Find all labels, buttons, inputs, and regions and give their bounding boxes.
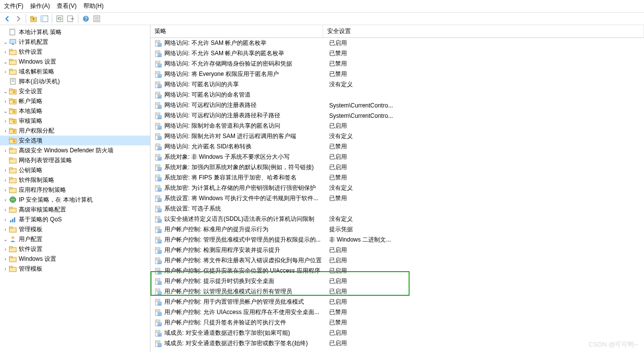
menu-item[interactable]: 帮助(H) [83,2,104,10]
tree-item[interactable]: ›域名解析策略 [0,67,150,76]
policy-row[interactable]: 用户帐户控制: 管理员批准模式中管理员的提升权限提示的...非 Windows … [151,235,644,245]
tree-item[interactable]: 网络列表管理器策略 [0,155,150,165]
tree-item[interactable]: ›Windows 设置 [0,254,150,264]
tree-item[interactable]: ›用户权限分配 [0,126,150,136]
tree-item[interactable]: ›审核策略 [0,116,150,126]
properties-icon[interactable] [92,14,101,23]
chevron-right-icon[interactable]: › [2,246,9,252]
tree-item[interactable]: ›帐户策略 [0,96,150,106]
chevron-right-icon[interactable]: › [2,69,9,74]
policy-row[interactable]: 用户帐户控制: 只提升签名并验证的可执行文件已禁用 [151,317,644,328]
policy-row[interactable]: 系统对象: 加强内部系统对象的默认权限(例如，符号链接)已启用 [151,162,644,173]
policy-setting: 已禁用 [325,60,644,68]
menu-item[interactable]: 文件(F) [4,2,23,10]
refresh-icon[interactable] [55,14,64,23]
svg-rect-158 [158,190,161,191]
policy-row[interactable]: 用户帐户控制: 允许 UIAccess 应用程序在不使用安全桌面...已禁用 [151,307,644,317]
tree-item[interactable]: ›应用程序控制策略 [0,185,150,195]
policy-row[interactable]: 网络访问: 可匿名访问的命名管道 [151,90,644,100]
policy-row[interactable]: 系统设置: 可选子系统 [151,204,644,214]
policy-row[interactable]: 域成员: 对安全通道数据进行数字加密或数字签名(始终)已启用 [151,338,644,349]
tree-item[interactable]: ⌄本地策略 [0,106,150,116]
policy-row[interactable]: 网络访问: 限制允许对 SAM 进行远程调用的客户端没有定义 [151,131,644,141]
policy-row[interactable]: 网络访问: 将 Everyone 权限应用于匿名用户已禁用 [151,69,644,79]
policy-row[interactable]: 系统设置: 将 Windows 可执行文件中的证书规则用于软件...已禁用 [151,193,644,204]
policy-name: 系统加密: 将 FIPS 兼容算法用于加密、哈希和签名 [164,174,325,182]
policy-row[interactable]: 网络访问: 不允许存储网络身份验证的密码和凭据已禁用 [151,59,644,69]
tree-item[interactable]: ›软件限制策略 [0,175,150,185]
policy-row[interactable]: 以安全描述符定义语言(SDDL)语法表示的计算机访问限制没有定义 [151,214,644,224]
tree-item[interactable]: ⌄Windows 设置 [0,57,150,67]
policy-row[interactable]: 用户帐户控制: 将文件和注册表写入错误虚拟化到每用户位置已启用 [151,255,644,266]
policy-item-icon [154,236,162,244]
show-hide-tree-icon[interactable] [40,14,49,23]
policy-row[interactable]: 系统加密: 将 FIPS 兼容算法用于加密、哈希和签名已禁用 [151,173,644,183]
tree-item[interactable]: ›高级安全 Windows Defender 防火墙 [0,145,150,155]
tree-view[interactable]: 本地计算机 策略⌄计算机配置›软件设置⌄Windows 设置›域名解析策略脚本(… [0,25,151,352]
policy-row[interactable]: 网络访问: 可匿名访问的共享没有定义 [151,79,644,90]
menu-item[interactable]: 操作(A) [30,2,50,10]
policy-row[interactable]: 用户帐户控制: 提示提升时切换到安全桌面已启用 [151,276,644,286]
policy-row[interactable]: 系统加密: 为计算机上存储的用户密钥强制进行强密钥保护没有定义 [151,183,644,193]
chevron-right-icon[interactable]: › [2,128,9,134]
policy-row[interactable]: 用户帐户控制: 仅提升安装在安全位置的 UIAccess 应用程序已启用 [151,266,644,276]
tree-item[interactable]: ›公钥策略 [0,165,150,175]
svg-rect-127 [158,138,161,138]
chevron-right-icon[interactable]: › [2,256,9,262]
policy-row[interactable]: 网络访问: 可远程访问的注册表路径System\CurrentContro... [151,100,644,110]
chevron-right-icon[interactable]: › [2,118,9,124]
tree-item[interactable]: ›软件设置 [0,47,150,57]
column-policy[interactable]: 策略 [151,25,323,37]
tree-item[interactable]: ⌄计算机配置 [0,37,150,47]
chevron-down-icon[interactable]: ⌄ [2,39,9,45]
chevron-right-icon[interactable]: › [2,99,9,104]
tree-item[interactable]: ›软件设置 [0,244,150,254]
tree-item[interactable]: ›管理模板 [0,224,150,234]
tree-item[interactable]: ›高级审核策略配置 [0,205,150,214]
policy-row[interactable]: 用户帐户控制: 检测应用程序安装并提示提升已启用 [151,245,644,255]
chevron-right-icon[interactable]: › [2,177,9,183]
chevron-right-icon[interactable]: › [2,207,9,212]
policy-row[interactable]: 用户帐户控制: 用于内置管理员帐户的管理员批准模式已启用 [151,297,644,307]
list-body[interactable]: 网络访问: 不允许 SAM 帐户的匿名枚举已启用网络访问: 不允许 SAM 帐户… [151,38,644,352]
policy-row[interactable]: 用户帐户控制: 以管理员批准模式运行所有管理员已启用 [151,286,644,297]
tree-item[interactable]: 安全选项 [0,136,150,145]
tree-item[interactable]: ›IP 安全策略，在 本地计算机 [0,195,150,205]
chevron-right-icon[interactable]: › [2,217,9,222]
chevron-right-icon[interactable]: › [2,227,9,232]
chevron-right-icon[interactable]: › [2,266,9,272]
forward-icon[interactable] [14,14,23,23]
column-setting[interactable]: 安全设置 [323,25,644,37]
chevron-down-icon[interactable]: ⌄ [2,237,9,242]
help-icon[interactable]: ? [81,14,90,23]
tree-item[interactable]: ⌄安全设置 [0,86,150,96]
tree-item[interactable]: ›基于策略的 QoS [0,214,150,224]
policy-row[interactable]: 系统对象: 非 Windows 子系统不要求区分大小写已启用 [151,152,644,162]
up-icon[interactable] [29,14,38,23]
policy-row[interactable]: 网络访问: 允许匿名 SID/名称转换已禁用 [151,141,644,152]
back-icon[interactable] [3,14,12,23]
policy-row[interactable]: 网络访问: 不允许 SAM 帐户的匿名枚举已启用 [151,38,644,48]
policy-setting: 已禁用 [325,70,644,78]
tree-item[interactable]: ›管理模板 [0,264,150,274]
folder-icon [9,225,17,233]
chevron-down-icon[interactable]: ⌄ [2,59,9,65]
tree-item[interactable]: ⌄用户配置 [0,234,150,244]
policy-row[interactable]: 用户帐户控制: 标准用户的提升提示行为提示凭据 [151,224,644,235]
tree-item[interactable]: 脚本(启动/关机) [0,76,150,86]
chevron-right-icon[interactable]: › [2,187,9,193]
policy-row[interactable]: 网络访问: 可远程访问的注册表路径和子路径System\CurrentContr… [151,110,644,121]
chevron-down-icon[interactable]: ⌄ [2,89,9,94]
chevron-right-icon[interactable]: › [2,148,9,153]
chevron-right-icon[interactable]: › [2,168,9,173]
chevron-down-icon[interactable]: ⌄ [2,108,9,114]
policy-row[interactable]: 网络访问: 不允许 SAM 帐户和共享的匿名枚举已禁用 [151,48,644,59]
menu-item[interactable]: 查看(V) [57,2,76,10]
policy-row[interactable]: 域成员: 对安全通道数据进行数字加密(如果可能)已启用 [151,328,644,338]
export-icon[interactable] [66,14,75,23]
policy-setting: 已禁用 [325,49,644,58]
chevron-right-icon[interactable]: › [2,197,9,203]
tree-item[interactable]: 本地计算机 策略 [0,27,150,37]
chevron-right-icon[interactable]: › [2,49,9,55]
policy-row[interactable]: 网络访问: 限制对命名管道和共享的匿名访问已启用 [151,121,644,131]
